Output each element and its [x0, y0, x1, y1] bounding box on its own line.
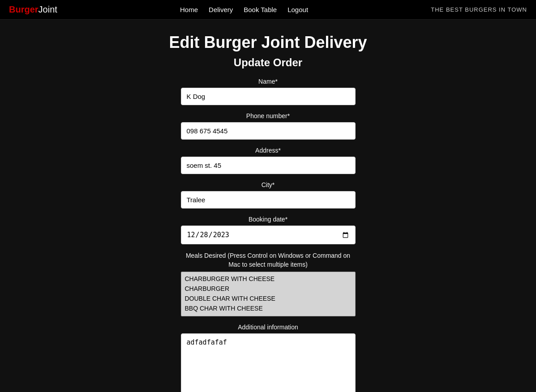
address-input[interactable]: [181, 157, 356, 174]
main-content: Edit Burger Joint Delivery Update Order …: [0, 20, 536, 392]
additional-info-textarea[interactable]: adfadfafaf: [181, 333, 356, 392]
navbar: BurgerJoint Home Delivery Book Table Log…: [0, 0, 536, 20]
city-field-group: City*: [181, 181, 356, 209]
meals-label: Meals Desired (Press Control on Windows …: [181, 251, 356, 269]
logo-joint-text: Joint: [39, 4, 57, 14]
booking-date-field-group: Booking date*: [181, 216, 356, 244]
city-label: City*: [181, 181, 356, 188]
address-label: Address*: [181, 147, 356, 154]
nav-logout-link[interactable]: Logout: [287, 6, 308, 13]
nav-tagline: THE BEST BURGERS IN TOWN: [431, 6, 527, 13]
nav-delivery-link[interactable]: Delivery: [209, 6, 233, 13]
nav-links: Home Delivery Book Table Logout: [180, 6, 308, 13]
city-input[interactable]: [181, 191, 356, 209]
logo: BurgerJoint: [9, 4, 57, 15]
additional-info-field-group: Additional information adfadfafaf: [181, 324, 356, 392]
address-field-group: Address*: [181, 147, 356, 174]
name-field-group: Name*: [181, 78, 356, 105]
phone-field-group: Phone number*: [181, 112, 356, 140]
additional-info-label: Additional information: [181, 324, 356, 331]
form-title: Update Order: [234, 56, 302, 69]
name-label: Name*: [181, 78, 356, 85]
phone-label: Phone number*: [181, 112, 356, 119]
booking-date-label: Booking date*: [181, 216, 356, 223]
meals-select[interactable]: CHARBURGER WITH CHEESECHARBURGERDOUBLE C…: [181, 272, 356, 316]
name-input[interactable]: [181, 88, 356, 105]
page-title: Edit Burger Joint Delivery: [169, 33, 367, 52]
logo-burger-text: Burger: [9, 4, 39, 14]
nav-home-link[interactable]: Home: [180, 6, 198, 13]
phone-input[interactable]: [181, 122, 356, 140]
nav-book-table-link[interactable]: Book Table: [244, 6, 277, 13]
order-form: Name* Phone number* Address* City* Booki…: [181, 78, 356, 392]
meals-field-group: Meals Desired (Press Control on Windows …: [181, 251, 356, 316]
booking-date-input[interactable]: [181, 226, 356, 244]
